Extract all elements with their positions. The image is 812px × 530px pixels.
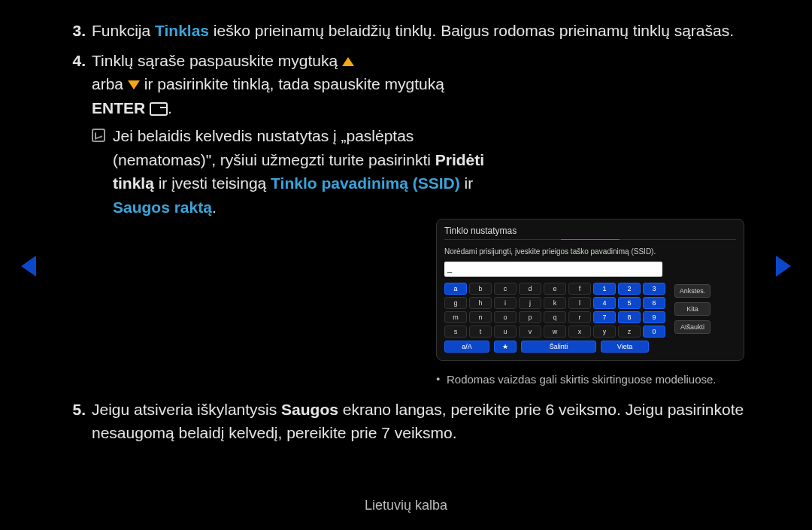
term-security-key: Saugos raktą: [113, 198, 212, 216]
panel-instruction: Norėdami prisijungti, įveskite prieigos …: [444, 246, 736, 257]
nav-next-icon[interactable]: [776, 256, 791, 277]
key-star[interactable]: ★: [494, 341, 517, 353]
key-z[interactable]: z: [618, 326, 641, 338]
key-y[interactable]: y: [593, 326, 616, 338]
key-n[interactable]: n: [469, 311, 492, 323]
key-v[interactable]: v: [519, 326, 541, 338]
nav-previous-icon[interactable]: [21, 256, 36, 277]
step-3-text: Funkcija Tinklas ieško prieinamų belaidž…: [92, 19, 744, 43]
down-arrow-icon: [128, 80, 140, 89]
key-4[interactable]: 4: [593, 297, 616, 309]
network-setup-panel: Tinklo nustatymas Norėdami prisijungti, …: [436, 219, 744, 361]
key-i[interactable]: i: [494, 297, 517, 309]
figure-disclaimer: Rodomas vaizdas gali skirtis skirtinguos…: [436, 371, 744, 389]
key-h[interactable]: h: [469, 297, 492, 309]
term-security: Saugos: [281, 401, 338, 418]
enter-icon: [150, 102, 168, 116]
key-7[interactable]: 7: [593, 311, 616, 323]
step-4-number: 4.: [68, 49, 92, 389]
key-d[interactable]: d: [519, 283, 541, 295]
key-6[interactable]: 6: [643, 297, 665, 309]
key-delete[interactable]: Šalinti: [521, 341, 596, 353]
note-icon: [92, 129, 105, 142]
onscreen-keyboard: a b c d e f 1 2 3 g h i: [444, 283, 665, 353]
key-2[interactable]: 2: [618, 283, 641, 295]
key-s[interactable]: s: [444, 326, 467, 338]
key-3[interactable]: 3: [643, 283, 665, 295]
key-f[interactable]: f: [568, 283, 591, 295]
key-e[interactable]: e: [544, 283, 566, 295]
step-3-number: 3.: [68, 19, 92, 43]
key-m[interactable]: m: [444, 311, 467, 323]
key-u[interactable]: u: [494, 326, 517, 338]
step-5-number: 5.: [68, 398, 92, 445]
key-x[interactable]: x: [568, 326, 591, 338]
panel-title: Tinklo nustatymas: [444, 224, 736, 238]
previous-button[interactable]: Ankstes.: [674, 284, 710, 298]
key-c[interactable]: c: [494, 283, 517, 295]
cancel-button[interactable]: Atšaukti: [674, 320, 710, 334]
key-p[interactable]: p: [519, 311, 541, 323]
key-w[interactable]: w: [544, 326, 566, 338]
footer-language: Lietuvių kalba: [0, 498, 812, 513]
key-0[interactable]: 0: [643, 326, 665, 338]
key-o[interactable]: o: [494, 311, 517, 323]
key-g[interactable]: g: [444, 297, 467, 309]
key-5[interactable]: 5: [618, 297, 641, 309]
key-8[interactable]: 8: [618, 311, 641, 323]
key-9[interactable]: 9: [643, 311, 665, 323]
enter-label: ENTER: [92, 99, 145, 117]
up-arrow-icon: [342, 57, 354, 66]
key-q[interactable]: q: [544, 311, 566, 323]
key-k[interactable]: k: [544, 297, 566, 309]
panel-divider: [444, 239, 736, 240]
key-t[interactable]: t: [469, 326, 492, 338]
step-5-text: Jeigu atsiveria iškylantysis Saugos ekra…: [92, 398, 744, 445]
term-tinklas: Tinklas: [155, 22, 209, 39]
step-4-note: Jei belaidis kelvedis nustatytas į „pasl…: [113, 124, 498, 219]
key-b[interactable]: b: [469, 283, 492, 295]
key-case-toggle[interactable]: a/A: [444, 341, 489, 353]
ssid-input[interactable]: [444, 262, 662, 277]
next-button[interactable]: Kita: [674, 302, 710, 316]
key-1[interactable]: 1: [593, 283, 616, 295]
step-4-text: Tinklų sąraše paspauskite mygtuką arba i…: [92, 49, 498, 220]
term-ssid: Tinklo pavadinimą (SSID): [271, 174, 460, 192]
key-l[interactable]: l: [568, 297, 591, 309]
key-space[interactable]: Vieta: [601, 341, 649, 353]
key-r[interactable]: r: [568, 311, 591, 323]
key-a[interactable]: a: [444, 283, 467, 295]
key-j[interactable]: j: [519, 297, 541, 309]
